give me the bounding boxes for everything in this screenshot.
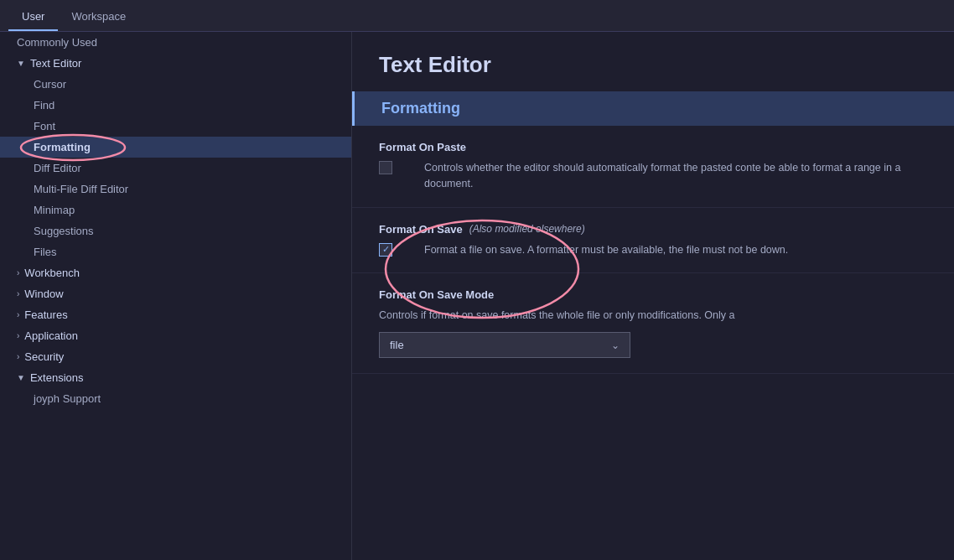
- tab-workspace[interactable]: Workspace: [58, 3, 139, 31]
- sidebar-item-label: Workbench: [24, 267, 80, 279]
- chevron-down-icon: ▼: [17, 59, 25, 68]
- sidebar-item-label: Minimap: [34, 204, 75, 216]
- chevron-right-icon: ›: [17, 268, 19, 277]
- sidebar-item-suggestions[interactable]: Suggestions: [0, 220, 351, 241]
- sidebar: Commonly Used ▼ Text Editor Cursor Find …: [0, 32, 352, 560]
- sidebar-item-find[interactable]: Find: [0, 95, 351, 116]
- sidebar-item-label: Application: [24, 329, 78, 342]
- format-on-save-mode-desc: Controls if format on save formats the w…: [379, 308, 927, 324]
- sidebar-item-label: Text Editor: [30, 57, 81, 70]
- sidebar-item-files[interactable]: Files: [0, 241, 351, 262]
- format-on-save-checkbox[interactable]: [379, 243, 392, 257]
- sidebar-item-multi-file-diff-editor[interactable]: Multi-File Diff Editor: [0, 179, 351, 200]
- sidebar-item-label: Formatting: [34, 141, 91, 153]
- sidebar-item-label: Cursor: [34, 78, 66, 91]
- format-on-save-row: Format a file on save. A formatter must …: [379, 242, 927, 258]
- sidebar-item-label: Diff Editor: [34, 162, 81, 174]
- tab-user[interactable]: User: [8, 3, 58, 31]
- setting-format-on-save-mode: Format On Save Mode Controls if format o…: [352, 273, 954, 374]
- sidebar-item-cursor[interactable]: Cursor: [0, 74, 351, 95]
- sidebar-item-minimap[interactable]: Minimap: [0, 200, 351, 220]
- format-on-save-desc: Format a file on save. A formatter must …: [424, 242, 788, 258]
- sidebar-item-label: joyph Support: [34, 392, 101, 405]
- setting-title-format-on-paste: Format On Paste: [379, 141, 927, 153]
- sidebar-item-text-editor[interactable]: ▼ Text Editor: [0, 53, 351, 74]
- setting-title-format-on-save: Format On Save (Also modified elsewhere): [379, 223, 927, 236]
- sidebar-item-font[interactable]: Font: [0, 116, 351, 137]
- also-modified-label: (Also modified elsewhere): [469, 223, 585, 235]
- format-on-paste-checkbox[interactable]: [379, 161, 392, 174]
- format-on-paste-desc: Controls whether the editor should autom…: [424, 160, 927, 192]
- sidebar-item-label: Security: [24, 350, 64, 363]
- sidebar-item-window[interactable]: › Window: [0, 283, 351, 304]
- chevron-right-icon: ›: [17, 331, 19, 340]
- content-wrapper: Text Editor Formatting Format On Paste C…: [352, 32, 954, 374]
- sidebar-item-label: Suggestions: [34, 225, 94, 237]
- chevron-down-icon: ⌄: [611, 340, 620, 351]
- sidebar-item-label: Multi-File Diff Editor: [34, 183, 128, 195]
- sidebar-item-label: Features: [24, 309, 67, 321]
- sidebar-item-formatting[interactable]: Formatting: [0, 137, 351, 158]
- page-title: Text Editor: [352, 32, 954, 91]
- sidebar-item-diff-editor[interactable]: Diff Editor: [0, 158, 351, 179]
- setting-title-format-on-save-mode: Format On Save Mode: [379, 288, 927, 301]
- dropdown-value: file: [390, 339, 404, 351]
- sidebar-item-label: Window: [24, 288, 63, 300]
- section-title: Formatting: [352, 91, 954, 126]
- sidebar-item-security[interactable]: › Security: [0, 346, 351, 367]
- sidebar-item-joyph-support[interactable]: joyph Support: [0, 388, 351, 409]
- tab-bar: User Workspace: [0, 0, 954, 32]
- setting-format-on-paste: Format On Paste Controls whether the edi…: [352, 126, 954, 208]
- setting-format-on-save: Format On Save (Also modified elsewhere)…: [352, 208, 954, 274]
- sidebar-item-label: Font: [34, 120, 55, 132]
- main-layout: Commonly Used ▼ Text Editor Cursor Find …: [0, 32, 954, 560]
- chevron-down-icon: ▼: [17, 373, 25, 382]
- format-on-save-mode-dropdown[interactable]: file ⌄: [379, 332, 630, 358]
- format-on-save-mode-dropdown-row: file ⌄: [379, 332, 927, 358]
- sidebar-item-application[interactable]: › Application: [0, 325, 351, 346]
- sidebar-item-label: Commonly Used: [17, 36, 97, 49]
- sidebar-item-workbench[interactable]: › Workbench: [0, 262, 351, 283]
- chevron-right-icon: ›: [17, 289, 19, 298]
- format-on-paste-row: Controls whether the editor should autom…: [379, 160, 927, 192]
- content-area: Text Editor Formatting Format On Paste C…: [352, 32, 954, 560]
- sidebar-item-extensions[interactable]: ▼ Extensions: [0, 367, 351, 388]
- sidebar-item-features[interactable]: › Features: [0, 304, 351, 325]
- sidebar-item-label: Find: [34, 99, 54, 111]
- chevron-right-icon: ›: [17, 352, 19, 361]
- sidebar-item-commonly-used[interactable]: Commonly Used: [0, 32, 351, 53]
- sidebar-item-label: Extensions: [30, 371, 84, 384]
- chevron-right-icon: ›: [17, 310, 19, 319]
- sidebar-item-label: Files: [34, 246, 56, 258]
